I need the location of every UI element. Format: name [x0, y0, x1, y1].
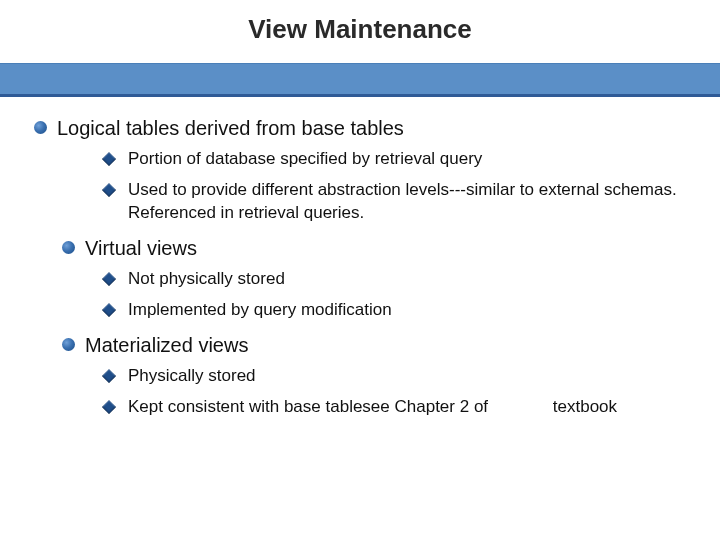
slide-title: View Maintenance	[0, 14, 720, 63]
sub-list: Not physically stored Implemented by que…	[104, 268, 700, 322]
level2-text-tail: textbook	[553, 397, 617, 416]
diamond-bullet-icon	[102, 369, 116, 383]
level1-text: Materialized views	[85, 332, 248, 359]
bullet-level2: Kept consistent with base tablesee Chapt…	[104, 396, 700, 419]
level2-text: Implemented by query modification	[128, 299, 392, 322]
header-band	[0, 63, 720, 97]
bullet-level2: Physically stored	[104, 365, 700, 388]
diamond-bullet-icon	[102, 152, 116, 166]
disc-bullet-icon	[62, 338, 75, 351]
bullet-level1: Logical tables derived from base tables	[34, 115, 700, 142]
disc-bullet-icon	[62, 241, 75, 254]
bullet-level1: Materialized views	[62, 332, 700, 359]
bullet-level2: Implemented by query modification	[104, 299, 700, 322]
level2-text: Kept consistent with base tablesee Chapt…	[128, 396, 617, 419]
diamond-bullet-icon	[102, 400, 116, 414]
slide-body: Logical tables derived from base tables …	[0, 97, 720, 419]
bullet-level2: Not physically stored	[104, 268, 700, 291]
bullet-level2: Portion of database specified by retriev…	[104, 148, 700, 171]
level2-text-main: Kept consistent with base tablesee Chapt…	[128, 397, 488, 416]
diamond-bullet-icon	[102, 183, 116, 197]
sub-list: Portion of database specified by retriev…	[104, 148, 700, 225]
level2-text: Not physically stored	[128, 268, 285, 291]
bullet-level2: Used to provide different abstraction le…	[104, 179, 700, 225]
level2-text: Used to provide different abstraction le…	[128, 179, 700, 225]
level1-text: Logical tables derived from base tables	[57, 115, 404, 142]
diamond-bullet-icon	[102, 272, 116, 286]
disc-bullet-icon	[34, 121, 47, 134]
level1-text: Virtual views	[85, 235, 197, 262]
diamond-bullet-icon	[102, 303, 116, 317]
level2-text: Portion of database specified by retriev…	[128, 148, 482, 171]
level2-text: Physically stored	[128, 365, 256, 388]
bullet-level1: Virtual views	[62, 235, 700, 262]
sub-list: Physically stored Kept consistent with b…	[104, 365, 700, 419]
